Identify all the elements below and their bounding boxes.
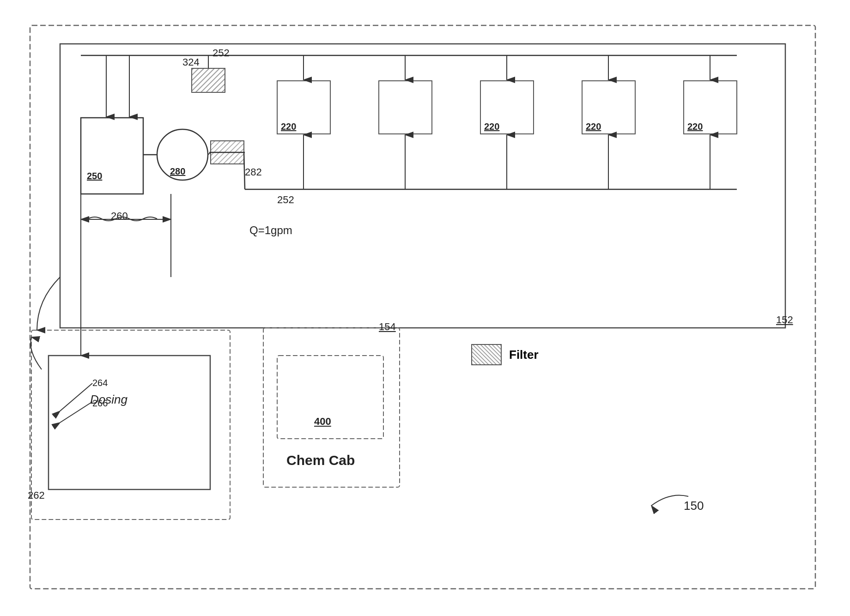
legend-filter-icon	[471, 344, 502, 365]
label-150: 150	[684, 499, 704, 513]
label-220-1: 220	[281, 121, 296, 132]
svg-rect-9	[192, 68, 225, 92]
legend-filter-label: Filter	[509, 348, 539, 362]
svg-line-32	[208, 152, 211, 155]
label-flow-rate: Q=1gpm	[249, 224, 292, 237]
svg-rect-11	[192, 68, 225, 92]
label-chem-cab: Chem Cab	[286, 453, 355, 468]
label-280: 280	[170, 166, 185, 177]
svg-rect-6	[81, 118, 143, 194]
label-262: 262	[28, 489, 45, 501]
svg-line-46	[60, 402, 92, 423]
svg-line-45	[60, 383, 92, 411]
label-220-3: 220	[484, 121, 499, 132]
label-252-mid: 252	[277, 194, 294, 206]
label-252-top: 252	[212, 47, 230, 59]
legend: Filter	[471, 344, 539, 365]
label-260: 260	[111, 210, 128, 222]
label-282: 282	[245, 166, 262, 178]
label-220-4: 220	[586, 121, 601, 132]
svg-rect-8	[192, 68, 225, 92]
label-250: 250	[87, 171, 102, 181]
label-152: 152	[776, 314, 793, 326]
label-264: 264	[92, 378, 108, 388]
svg-rect-5	[60, 44, 785, 328]
label-220-5: 220	[687, 121, 703, 132]
svg-rect-12	[211, 141, 244, 164]
label-154: 154	[379, 321, 396, 333]
svg-rect-14	[379, 81, 432, 134]
label-400: 400	[314, 416, 331, 428]
svg-rect-41	[49, 356, 210, 489]
label-266: 266	[92, 398, 108, 409]
label-324: 324	[182, 56, 200, 68]
svg-rect-40	[31, 330, 230, 519]
